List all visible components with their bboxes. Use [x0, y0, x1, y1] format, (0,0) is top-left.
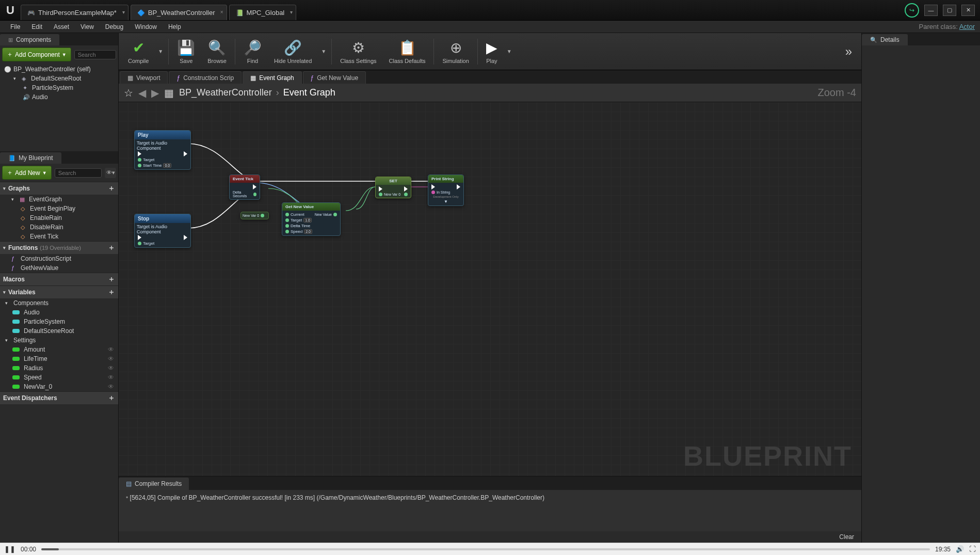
expander-icon[interactable]: ▾ — [5, 300, 10, 306]
add-dispatcher-button[interactable]: ＋ — [108, 393, 115, 403]
var-out-pin[interactable] — [261, 214, 264, 217]
exec-out-pin[interactable] — [253, 184, 256, 189]
eye-icon[interactable]: 👁 — [108, 346, 114, 353]
expander-icon[interactable]: ▾ — [11, 197, 17, 202]
node-getvar[interactable]: New Var 0 — [240, 212, 269, 219]
nav-forward-button[interactable]: ▶ — [151, 87, 159, 99]
pause-button[interactable]: ❚❚ — [4, 545, 15, 553]
add-new-button[interactable]: ＋ Add New ▼ — [2, 166, 52, 180]
close-icon[interactable]: × — [220, 9, 223, 15]
close-button[interactable]: ✕ — [961, 5, 975, 16]
add-variable-button[interactable]: ＋ — [108, 288, 115, 297]
tab-event-graph[interactable]: ▦Event Graph — [243, 71, 301, 84]
crumb-blueprint[interactable]: BP_WeatherController — [179, 87, 272, 98]
browse-button[interactable]: 🔍Browse — [201, 33, 233, 70]
section-graphs[interactable]: ▾ Graphs ＋ — [0, 182, 118, 195]
node-stop[interactable]: Stop Target is Audio Component Target — [134, 214, 191, 248]
exec-out-pin[interactable] — [457, 184, 460, 189]
node-set[interactable]: SET New Var 0 — [375, 177, 411, 198]
title-tab-bp[interactable]: 🔷 BP_WeatherController × — [131, 5, 227, 20]
clear-button[interactable]: Clear — [839, 533, 854, 541]
exec-in-pin[interactable] — [138, 151, 141, 156]
eye-icon[interactable]: 👁 — [108, 374, 114, 381]
expander-icon[interactable]: ▾ — [5, 338, 10, 343]
var-group-components[interactable]: ▾ Components — [0, 298, 118, 308]
play-button[interactable]: ▶Play — [480, 33, 504, 70]
newvalue-pin[interactable] — [333, 213, 337, 216]
target-pin[interactable] — [138, 242, 141, 245]
exec-out-pin[interactable] — [184, 235, 187, 240]
pin-value[interactable]: 0.0 — [163, 163, 171, 168]
details-tab[interactable]: 🔍 Details — [862, 34, 908, 45]
volume-button[interactable]: 🔊 — [956, 545, 964, 553]
add-graph-button[interactable]: ＋ — [108, 184, 115, 193]
var-in-pin[interactable] — [379, 193, 382, 196]
eye-icon[interactable]: 👁 — [108, 364, 114, 372]
deltatime-pin[interactable] — [285, 224, 289, 228]
exec-out-pin[interactable] — [404, 186, 408, 192]
myblueprint-scroll[interactable]: ▾ Graphs ＋ ▾ ▦ EventGraph ◇ Event BeginP… — [0, 182, 118, 543]
components-search-input[interactable] — [74, 50, 116, 59]
title-tab-mpc[interactable]: 📗 MPC_Global ▾ — [229, 5, 297, 20]
toolbar-overflow[interactable]: » — [839, 44, 858, 59]
section-dispatchers[interactable]: Event Dispatchers ＋ — [0, 391, 118, 404]
menu-asset[interactable]: Asset — [49, 22, 74, 32]
component-scene-root[interactable]: ▾ ◈ DefaultSceneRoot — [2, 74, 116, 83]
menu-help[interactable]: Help — [163, 22, 186, 32]
compile-button[interactable]: ✔Compile — [122, 33, 155, 70]
var-particlesystem[interactable]: ParticleSystem — [0, 317, 118, 326]
add-macro-button[interactable]: ＋ — [108, 275, 115, 284]
close-icon[interactable]: ▾ — [290, 9, 293, 15]
myblueprint-search-input[interactable] — [55, 168, 102, 178]
section-functions[interactable]: ▾ Functions (19 Overridable) ＋ — [0, 241, 118, 254]
components-tab[interactable]: ⊞ Components — [0, 34, 59, 45]
exec-out-pin[interactable] — [184, 151, 187, 156]
pin-value[interactable]: 2.0 — [304, 229, 312, 234]
favorite-icon[interactable]: ☆ — [124, 87, 133, 99]
menu-debug[interactable]: Debug — [100, 22, 128, 32]
event-enablerain[interactable]: ◇ EnableRain — [0, 213, 118, 223]
exec-in-pin[interactable] — [379, 186, 382, 192]
eye-icon[interactable]: 👁 — [108, 355, 114, 362]
graph-home-icon[interactable]: ▦ — [164, 87, 174, 99]
graph-eventgraph[interactable]: ▾ ▦ EventGraph — [0, 195, 118, 204]
event-disablerain[interactable]: ◇ DisableRain — [0, 223, 118, 232]
node-print-string[interactable]: Print String In String Development Only … — [428, 175, 464, 206]
event-tick[interactable]: ◇ Event Tick — [0, 232, 118, 241]
class-settings-button[interactable]: ⚙Class Settings — [334, 33, 382, 70]
tab-viewport[interactable]: ▦Viewport — [120, 71, 168, 84]
target-pin[interactable] — [285, 218, 289, 222]
var-defaultsceneroot[interactable]: DefaultSceneRoot — [0, 326, 118, 336]
event-beginplay[interactable]: ◇ Event BeginPlay — [0, 204, 118, 213]
add-function-button[interactable]: ＋ — [108, 243, 115, 252]
video-seek[interactable] — [41, 548, 930, 550]
delta-pin[interactable] — [253, 193, 256, 196]
section-variables[interactable]: ▾ Variables ＋ — [0, 286, 118, 298]
current-pin[interactable] — [285, 213, 289, 216]
var-audio[interactable]: Audio — [0, 308, 118, 317]
section-macros[interactable]: Macros ＋ — [0, 273, 118, 286]
speed-pin[interactable] — [285, 230, 289, 233]
simulation-button[interactable]: ⊕Simulation — [436, 33, 475, 70]
exec-in-pin[interactable] — [138, 235, 141, 240]
menu-edit[interactable]: Edit — [26, 22, 47, 32]
function-constructionscript[interactable]: ƒ ConstructionScript — [0, 254, 118, 263]
function-getnewvalue[interactable]: ƒ GetNewValue — [0, 263, 118, 273]
var-out-pin[interactable] — [404, 193, 408, 196]
node-get-new-value[interactable]: Get New Value CurrentNew Value Target1.0… — [282, 202, 341, 236]
expander-icon[interactable]: ▾ — [13, 76, 19, 81]
class-defaults-button[interactable]: 📋Class Defaults — [383, 33, 432, 70]
component-particle[interactable]: ✦ ParticleSystem — [2, 83, 116, 92]
fullscreen-button[interactable]: ⛶ — [969, 545, 976, 553]
nav-back-button[interactable]: ◀ — [138, 87, 146, 99]
starttime-pin[interactable] — [138, 164, 141, 167]
expand-icon[interactable]: ▼ — [444, 199, 448, 204]
instring-pin[interactable] — [431, 191, 435, 194]
title-tab-map[interactable]: 🎮 ThirdPersonExampleMap* ▾ — [21, 5, 128, 20]
pin-value[interactable]: 1.0 — [303, 218, 312, 223]
menu-window[interactable]: Window — [130, 22, 162, 32]
tab-get-new-value[interactable]: ƒGet New Value — [303, 71, 366, 84]
compiler-results-tab[interactable]: ▤ Compiler Results — [119, 478, 189, 490]
eye-icon[interactable]: 👁 — [108, 383, 114, 390]
var-radius[interactable]: Radius👁 — [0, 363, 118, 373]
